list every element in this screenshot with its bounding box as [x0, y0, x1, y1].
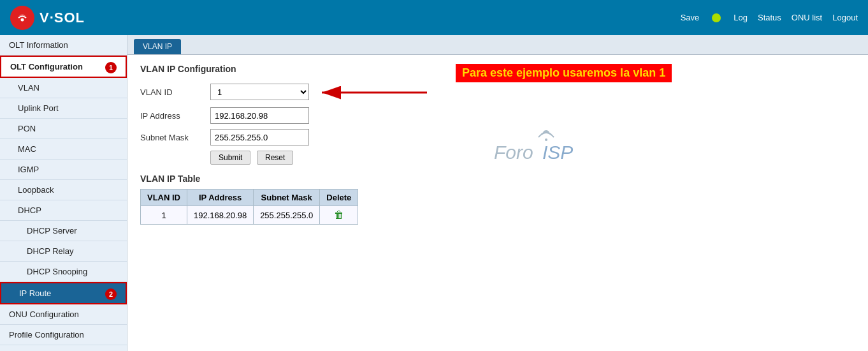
- sidebar-item-profile-configuration[interactable]: Profile Configuration: [0, 325, 127, 345]
- header-right: Save Log Status ONU list Logout: [681, 13, 858, 22]
- sidebar-item-dhcp[interactable]: DHCP: [0, 200, 127, 221]
- ip-address-input[interactable]: [210, 107, 309, 124]
- cell-ip-address: 192.168.20.98: [187, 206, 254, 225]
- cell-delete: 🗑: [320, 206, 358, 225]
- delete-button[interactable]: 🗑: [334, 209, 344, 221]
- foroisp-logo: Foro ISP: [494, 127, 596, 165]
- sidebar-item-dhcp-snooping[interactable]: DHCP Snooping: [0, 262, 127, 282]
- svg-text:Foro: Foro: [494, 142, 533, 163]
- submit-button[interactable]: Submit: [210, 151, 250, 165]
- svg-point-0: [16, 11, 29, 24]
- red-arrow-icon: [315, 83, 430, 102]
- sidebar-item-igmp[interactable]: IGMP: [0, 160, 127, 180]
- cell-subnet-mask: 255.255.255.0: [254, 206, 320, 225]
- header: V·SOL Save Log Status ONU list Logout: [0, 0, 868, 35]
- vlan-id-label: VLAN ID: [140, 87, 210, 97]
- sidebar-item-pon[interactable]: PON: [0, 119, 127, 139]
- form-buttons: Submit Reset: [210, 151, 430, 165]
- logo-icon: [10, 6, 34, 30]
- left-form-area: VLAN IP Configuration VLAN ID 1: [140, 64, 430, 225]
- right-area: Para este ejemplo usaremos la vlan 1 For…: [430, 64, 855, 167]
- content-area: VLAN IP VLAN IP Configuration VLAN ID 1: [127, 35, 868, 351]
- main-layout: OLT Information OLT Configuration 1 VLAN…: [0, 35, 868, 351]
- svg-text:ISP: ISP: [542, 142, 573, 163]
- section-title: VLAN IP Configuration: [140, 64, 430, 74]
- table-row: 1 192.168.20.98 255.255.255.0 🗑: [141, 206, 358, 225]
- table-title: VLAN IP Table: [140, 174, 430, 184]
- subnet-mask-input[interactable]: [210, 129, 309, 146]
- header-links: Log Status ONU list Logout: [734, 13, 858, 22]
- save-label[interactable]: Save: [681, 13, 700, 22]
- log-link[interactable]: Log: [734, 13, 748, 22]
- badge-1: 1: [105, 62, 117, 73]
- col-ip-address: IP Address: [187, 190, 254, 206]
- status-indicator: [712, 13, 721, 22]
- subnet-mask-row: Subnet Mask: [140, 129, 430, 146]
- sidebar-item-uplink-port[interactable]: Uplink Port: [0, 98, 127, 119]
- col-subnet-mask: Subnet Mask: [254, 190, 320, 206]
- svg-point-4: [545, 138, 547, 141]
- ip-address-label: IP Address: [140, 111, 210, 121]
- sidebar-item-olt-information[interactable]: OLT Information: [0, 35, 127, 56]
- sidebar-item-onu-configuration[interactable]: ONU Configuration: [0, 304, 127, 325]
- vlan-ip-table: VLAN ID IP Address Subnet Mask Delete 1 …: [140, 189, 358, 225]
- sidebar-item-olt-configuration[interactable]: OLT Configuration 1: [0, 56, 127, 78]
- cell-vlan-id: 1: [141, 206, 187, 225]
- logo-area: V·SOL: [10, 6, 85, 30]
- sidebar-item-loopback[interactable]: Loopback: [0, 180, 127, 200]
- tab-vlan-ip[interactable]: VLAN IP: [134, 39, 181, 54]
- sidebar: OLT Information OLT Configuration 1 VLAN…: [0, 35, 127, 351]
- col-vlan-id: VLAN ID: [141, 190, 187, 206]
- subnet-mask-label: Subnet Mask: [140, 133, 210, 142]
- annotation-text: Para este ejemplo usaremos la vlan 1: [456, 64, 672, 82]
- sidebar-item-dhcp-relay[interactable]: DHCP Relay: [0, 241, 127, 262]
- logout-link[interactable]: Logout: [832, 13, 858, 22]
- reset-button[interactable]: Reset: [257, 151, 293, 165]
- svg-point-1: [21, 18, 24, 21]
- content-body: VLAN IP Configuration VLAN ID 1: [127, 55, 868, 234]
- vlan-ip-table-section: VLAN IP Table VLAN ID IP Address Subnet …: [140, 174, 430, 225]
- sidebar-item-system-configuration[interactable]: System Configuration: [0, 345, 127, 351]
- badge-2: 2: [105, 288, 117, 300]
- ip-address-row: IP Address: [140, 107, 430, 124]
- status-link[interactable]: Status: [758, 13, 781, 22]
- sidebar-item-vlan[interactable]: VLAN: [0, 78, 127, 98]
- sidebar-item-ip-route[interactable]: IP Route 2: [0, 282, 127, 304]
- sidebar-item-mac[interactable]: MAC: [0, 139, 127, 160]
- logo-text: V·SOL: [40, 10, 85, 26]
- tab-bar: VLAN IP: [127, 35, 868, 55]
- sidebar-item-dhcp-server[interactable]: DHCP Server: [0, 221, 127, 241]
- vlan-id-select[interactable]: 1: [210, 84, 309, 100]
- onu-list-link[interactable]: ONU list: [792, 13, 822, 22]
- watermark-area: Foro ISP: [494, 127, 596, 167]
- col-delete: Delete: [320, 190, 358, 206]
